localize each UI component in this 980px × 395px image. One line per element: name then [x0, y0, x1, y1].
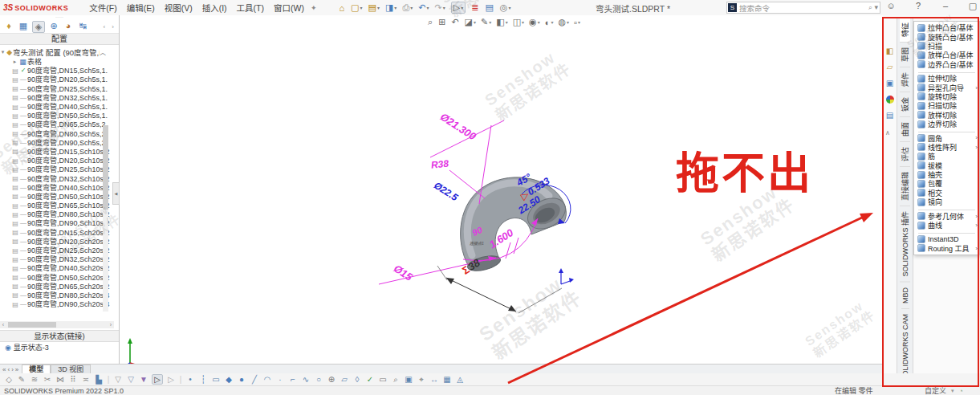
customize-caret-icon[interactable]: ▾: [951, 388, 954, 394]
feature-menu-item[interactable]: 边界切除: [914, 120, 979, 128]
view-settings-icon[interactable]: ▫ ▾: [574, 18, 580, 27]
convert-entities-icon[interactable]: ◊: [352, 375, 362, 384]
new-document-icon[interactable]: ▢ ▾: [351, 2, 362, 13]
config-tree-item[interactable]: — 90度弯管,DN32,Sch5s,1.: [0, 93, 119, 102]
commandmanager-tab[interactable]: SOLIDWORKS 插件: [900, 206, 910, 283]
lasso-select-icon[interactable]: ▷: [166, 375, 176, 384]
dynamic-annotation-icon[interactable]: ✎ ▾: [481, 17, 491, 27]
propertymanager-tab-icon[interactable]: ▦: [18, 21, 29, 33]
feature-menu-item[interactable]: Instant3D: [914, 234, 979, 243]
collapse-icon[interactable]: ︿: [100, 47, 119, 56]
feature-menu-item[interactable]: 异型孔向导 ›: [914, 83, 979, 92]
feature-menu-item[interactable]: 相交: [914, 189, 979, 198]
feature-menu-item[interactable]: 旋转凸台/基体: [914, 32, 979, 41]
feature-menu-item[interactable]: 拉伸凸台/基体: [914, 23, 979, 32]
prev-tab-icon[interactable]: ‹: [7, 366, 10, 373]
commandmanager-tab[interactable]: MBD: [901, 283, 909, 309]
dimension-label[interactable]: Σ38: [460, 257, 482, 277]
tree-horizontal-scrollbar[interactable]: ‹ ›: [0, 321, 114, 328]
restore-button[interactable]: ▢: [968, 1, 978, 11]
customize-button[interactable]: 自定义: [925, 385, 946, 395]
apply-scene-icon[interactable]: ◍ ▾: [558, 17, 569, 27]
menu-item[interactable]: 工具(T): [237, 2, 264, 14]
custom-properties-icon[interactable]: ▤: [884, 110, 895, 120]
last-tab-icon[interactable]: »: [15, 366, 18, 373]
help-icon[interactable]: ?: [913, 1, 923, 11]
trim-entities-icon[interactable]: ✂: [43, 375, 52, 384]
rebuild-traffic-light-icon[interactable]: ≣: [471, 2, 479, 13]
expand-arrow-icon[interactable]: ▸: [11, 59, 18, 65]
redo-icon[interactable]: ↷ ▾: [434, 2, 445, 13]
appearances-icon[interactable]: [884, 94, 895, 104]
design-library-icon[interactable]: ◧: [884, 46, 895, 56]
display-state-item[interactable]: ◉ 显示状态-3: [0, 342, 49, 352]
config-tree-item[interactable]: — 90度弯管,DN90,Sch20s,4: [0, 299, 119, 308]
previous-view-icon[interactable]: ↶: [451, 17, 459, 27]
hide-show-items-icon[interactable]: ◉ ▾: [529, 17, 540, 27]
measure-icon[interactable]: ≍: [81, 375, 91, 384]
tree-scrollbar-thumb[interactable]: [103, 125, 108, 210]
config-tree-item[interactable]: — 90度弯管,DN90,Sch5s,2: [0, 138, 119, 147]
configurationmanager-tab-icon[interactable]: ◈: [32, 21, 45, 33]
commandmanager-tab[interactable]: 草图: [900, 43, 910, 67]
config-tree-item[interactable]: — 90度弯管,DN40,Sch20s,2: [0, 263, 119, 272]
corner-rectangle-icon[interactable]: ▭: [211, 375, 221, 384]
exploded-view-icon[interactable]: ◬: [455, 375, 465, 384]
commandmanager-tab[interactable]: 直接编辑: [900, 167, 910, 206]
commandmanager-tab[interactable]: 曲面: [900, 117, 910, 142]
config-tree-item[interactable]: — 90度弯管,DN50,Sch10s,2: [0, 192, 119, 201]
display-style-icon[interactable]: ◫ ▾: [513, 17, 524, 27]
table-icon[interactable]: ▦: [442, 375, 452, 384]
image-icon[interactable]: ▣: [404, 375, 413, 384]
feature-menu-item[interactable]: [918, 230, 975, 234]
section-view-icon[interactable]: ◪ ▾: [465, 17, 476, 27]
filter-faces-icon[interactable]: ▼: [139, 375, 148, 384]
menu-item[interactable]: 插入(I): [202, 2, 227, 14]
dimension-label[interactable]: Ø15: [391, 262, 415, 283]
manager-tab-scroll-icons[interactable]: ‹ ›: [103, 23, 119, 31]
home-icon[interactable]: ⌂: [339, 3, 345, 13]
format-painter-icon[interactable]: ◇: [4, 375, 14, 384]
undo-icon[interactable]: ↶ ▾: [418, 2, 429, 13]
tables-tree-item[interactable]: ▸ ▦ 表格: [0, 57, 119, 66]
circle-icon[interactable]: ○: [314, 375, 323, 384]
login-user-icon[interactable]: ☺: [886, 1, 896, 11]
config-tree-item[interactable]: — 90度弯管,DN65,Sch10s,2: [0, 201, 119, 210]
dimxpertmanager-tab-icon[interactable]: ⊕: [48, 21, 59, 33]
feature-menu-item[interactable]: 扫描切除: [914, 101, 979, 110]
hscroll-thumb[interactable]: [8, 322, 56, 328]
select-cursor-icon[interactable]: ▷: [152, 374, 163, 385]
polyline-icon[interactable]: ⌐: [288, 375, 298, 384]
zoom-area-icon[interactable]: ⊞: [438, 17, 446, 27]
point-icon[interactable]: ∙: [275, 375, 285, 384]
feature-menu-item[interactable]: 边界凸台/基体: [914, 60, 979, 69]
sketch-pencil-icon[interactable]: ✎: [17, 375, 26, 384]
feature-menu-item[interactable]: Routing 工具 ›: [914, 244, 979, 253]
commandmanager-tab[interactable]: 钣金: [900, 92, 910, 117]
feature-menu-item[interactable]: 线性阵列 ›: [914, 143, 979, 152]
config-tree-item[interactable]: — 90度弯管,DN80,Sch10s,2: [0, 210, 119, 218]
config-tree-item[interactable]: — 90度弯管,DN25,Sch5s,1.: [0, 84, 119, 93]
feature-menu-item[interactable]: 扫描: [914, 42, 979, 51]
line-icon[interactable]: ╱: [250, 375, 259, 384]
view-palette-icon[interactable]: ▣: [884, 78, 895, 88]
config-tree-item[interactable]: — 90度弯管,DN50,Sch5s,1.: [0, 111, 119, 120]
feature-menu-item[interactable]: 参考几何体 ›: [914, 211, 979, 220]
config-tree-item[interactable]: — 90度弯管,DN65,Sch5s,2: [0, 120, 119, 128]
open-icon[interactable]: ▤ ▾: [368, 2, 380, 13]
mirror-entities-icon[interactable]: ⋈: [55, 375, 65, 384]
feature-menu-item[interactable]: [918, 129, 975, 132]
search-commands-box[interactable]: S 搜索命令 ⌕ ▾: [726, 2, 880, 14]
snap-icon[interactable]: ⌖: [417, 375, 426, 385]
dimension-label[interactable]: 90: [470, 225, 483, 238]
spline-icon[interactable]: ∿: [301, 375, 311, 384]
next-tab-icon[interactable]: ›: [11, 366, 14, 373]
print-icon[interactable]: ⎙ ▾: [402, 2, 413, 13]
solid-box-icon[interactable]: ◆: [224, 375, 234, 384]
dimension-label[interactable]: Ø21.300: [437, 110, 478, 142]
filter-vertices-icon[interactable]: ▽: [113, 375, 123, 384]
config-tree-item[interactable]: ✓ 90度弯管,DN15,Sch5s,1.: [0, 66, 119, 75]
save-icon[interactable]: ◨ ▾: [385, 2, 396, 13]
feature-menu-item[interactable]: 包覆: [914, 179, 979, 188]
edit-appearance-icon[interactable]: ◐ ▾: [545, 18, 554, 27]
